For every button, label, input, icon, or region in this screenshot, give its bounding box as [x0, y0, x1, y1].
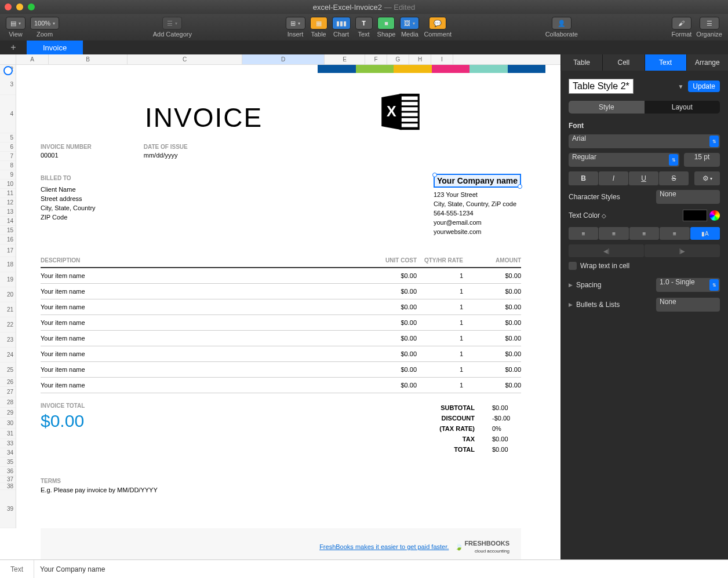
row-header-7[interactable]: 7 [0, 152, 16, 161]
row-header-13[interactable]: 13 [0, 207, 16, 217]
inspector-subtab-style[interactable]: Style [569, 101, 645, 114]
row-header-27[interactable]: 27 [0, 387, 16, 397]
selected-cell-company-name[interactable]: Your Company name [434, 174, 521, 188]
line-item-row[interactable]: Your item name$0.001$0.00 [41, 315, 521, 331]
spacing-select[interactable]: 1.0 - Single⇅ [656, 278, 720, 292]
inspector-tab-arrange[interactable]: Arrange [686, 54, 728, 71]
row-header-31[interactable]: 31 [0, 429, 16, 439]
row-header-6[interactable]: 6 [0, 142, 16, 152]
row-header-9[interactable]: 9 [0, 170, 16, 180]
organize-button[interactable]: ☰ [700, 17, 719, 30]
spacing-disclosure[interactable]: ▶Spacing [569, 281, 601, 289]
column-header-I[interactable]: I [431, 54, 453, 64]
shape-button[interactable]: ■ [377, 17, 395, 30]
italic-button[interactable]: I [599, 171, 628, 185]
row-header-12[interactable]: 12 [0, 198, 16, 207]
row-header-34[interactable]: 34 [0, 448, 16, 458]
chart-button[interactable]: ▮▮▮ [332, 17, 351, 30]
indent-right-button[interactable]: |▶ [645, 244, 720, 257]
character-styles-select[interactable]: None [656, 190, 720, 204]
row-header-16[interactable]: 16 [0, 235, 16, 244]
text-button[interactable]: T [355, 17, 373, 30]
align-right-button[interactable]: ≡ [629, 227, 659, 240]
indent-left-button[interactable]: ◀| [569, 244, 644, 257]
format-button[interactable]: 🖌 [672, 17, 691, 30]
line-item-row[interactable]: Your item name$0.001$0.00 [41, 268, 521, 284]
row-header-21[interactable]: 21 [0, 302, 16, 317]
row-header-23[interactable]: 23 [0, 332, 16, 347]
zoom-button[interactable]: 100%▾ [30, 17, 59, 30]
spreadsheet-canvas[interactable]: ABCDEFGHI 234567891011121314151617181920… [0, 54, 560, 559]
row-header-28[interactable]: 28 [0, 397, 16, 408]
table-origin-handle[interactable] [3, 66, 13, 75]
column-header-F[interactable]: F [365, 54, 387, 64]
strikethrough-button[interactable]: S [659, 171, 689, 185]
bullets-disclosure[interactable]: ▶Bullets & Lists [569, 301, 620, 309]
column-header-H[interactable]: H [409, 54, 431, 64]
row-header-4[interactable]: 4 [0, 95, 16, 133]
row-header-19[interactable]: 19 [0, 272, 16, 287]
style-dropdown-icon[interactable]: ▼ [678, 83, 683, 90]
wrap-text-checkbox[interactable] [569, 262, 577, 270]
column-header-B[interactable]: B [49, 54, 128, 64]
inspector-tab-cell[interactable]: Cell [602, 54, 644, 71]
row-header-33[interactable]: 33 [0, 439, 16, 448]
row-header-14[interactable]: 14 [0, 217, 16, 226]
font-style-select[interactable]: Regular⇅ [569, 153, 679, 167]
row-header-8[interactable]: 8 [0, 161, 16, 170]
row-header-18[interactable]: 18 [0, 257, 16, 272]
inspector-tab-table[interactable]: Table [560, 54, 602, 71]
row-header-22[interactable]: 22 [0, 317, 16, 332]
column-header-C[interactable]: C [128, 54, 242, 64]
line-item-row[interactable]: Your item name$0.001$0.00 [41, 362, 521, 378]
comment-button[interactable]: 💬 [429, 17, 446, 30]
align-left-button[interactable]: ≡ [569, 227, 598, 240]
line-item-row[interactable]: Your item name$0.001$0.00 [41, 331, 521, 346]
color-wheel-button[interactable] [709, 210, 720, 221]
bold-button[interactable]: B [569, 171, 598, 185]
column-header-A[interactable]: A [16, 54, 49, 64]
line-item-row[interactable]: Your item name$0.001$0.00 [41, 284, 521, 299]
underline-button[interactable]: U [629, 171, 658, 185]
row-header-10[interactable]: 10 [0, 180, 16, 189]
close-window-button[interactable] [5, 3, 12, 10]
row-header-5[interactable]: 5 [0, 133, 16, 142]
add-sheet-button[interactable]: + [0, 41, 27, 54]
row-header-26[interactable]: 26 [0, 378, 16, 387]
row-header-20[interactable]: 20 [0, 287, 16, 302]
row-header-17[interactable]: 17 [0, 244, 16, 257]
align-justify-button[interactable]: ≡ [660, 227, 689, 240]
media-button[interactable]: 🖼▾ [400, 17, 419, 30]
sheet-tab-invoice[interactable]: Invoice [27, 41, 83, 54]
promo-link[interactable]: FreshBooks makes it easier to get paid f… [319, 543, 449, 550]
row-header-25[interactable]: 25 [0, 363, 16, 378]
line-item-row[interactable]: Your item name$0.001$0.00 [41, 378, 521, 393]
row-header-11[interactable]: 11 [0, 189, 16, 198]
line-item-row[interactable]: Your item name$0.001$0.00 [41, 299, 521, 315]
update-style-button[interactable]: Update [688, 81, 720, 92]
bullets-select[interactable]: None [656, 298, 720, 312]
line-item-row[interactable]: Your item name$0.001$0.00 [41, 346, 521, 362]
formula-bar-value[interactable]: Your Company name [34, 560, 728, 578]
minimize-window-button[interactable] [16, 3, 23, 10]
column-header-G[interactable]: G [387, 54, 409, 64]
text-color-swatch[interactable] [683, 210, 707, 221]
row-header-3[interactable]: 3 [0, 74, 16, 95]
collaborate-button[interactable]: 👤 [552, 17, 572, 30]
row-header-36[interactable]: 36 [0, 467, 16, 476]
font-advanced-button[interactable]: ⚙▾ [694, 171, 720, 185]
table-style-name[interactable]: Table Style 2* [569, 79, 634, 94]
insert-button[interactable]: ⊞▾ [286, 17, 305, 30]
row-header-29[interactable]: 29 [0, 408, 16, 418]
column-header-D[interactable]: D [242, 54, 325, 64]
align-center-button[interactable]: ≡ [599, 227, 628, 240]
add-category-button[interactable]: ☰▾ [162, 17, 182, 30]
font-size-stepper[interactable]: 15 pt [684, 153, 720, 167]
row-header-24[interactable]: 24 [0, 347, 16, 363]
align-auto-button[interactable]: ▮A [690, 227, 720, 240]
row-header-35[interactable]: 35 [0, 458, 16, 467]
row-header-38[interactable]: 38 [0, 483, 16, 490]
zoom-window-button[interactable] [28, 3, 35, 10]
inspector-tab-text[interactable]: Text [645, 54, 686, 71]
font-family-select[interactable]: Arial⇅ [569, 134, 720, 148]
